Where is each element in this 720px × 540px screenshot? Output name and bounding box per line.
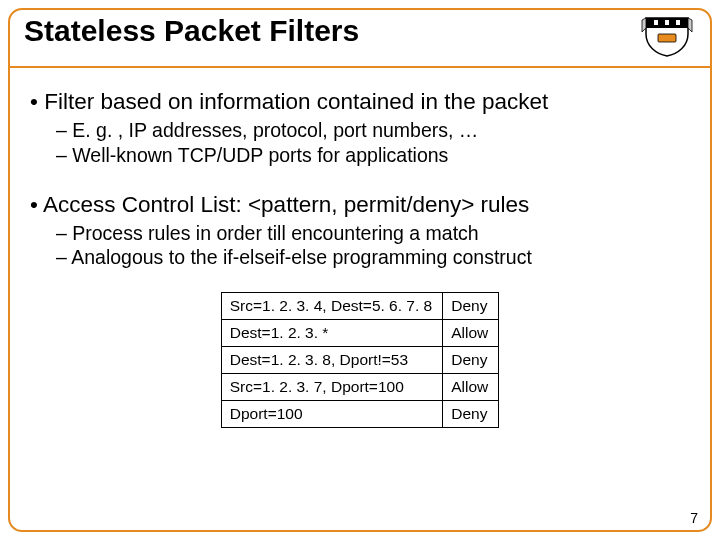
table-row: Dport=100 Deny	[221, 400, 499, 427]
svg-rect-2	[676, 20, 680, 25]
action-cell: Deny	[443, 400, 499, 427]
slide-title: Stateless Packet Filters	[24, 14, 359, 48]
svg-rect-1	[665, 20, 669, 25]
action-cell: Allow	[443, 319, 499, 346]
bullet-level2: Well-known TCP/UDP ports for application…	[56, 143, 690, 167]
bullet-level1: Access Control List: <pattern, permit/de…	[30, 191, 690, 219]
page-number: 7	[690, 510, 698, 526]
pattern-cell: Dest=1. 2. 3. 8, Dport!=53	[221, 346, 442, 373]
bullet-level2: Analogous to the if-elseif-else programm…	[56, 245, 690, 269]
action-cell: Deny	[443, 346, 499, 373]
svg-rect-0	[654, 20, 658, 25]
svg-rect-3	[658, 34, 676, 42]
bullet-level2: Process rules in order till encountering…	[56, 221, 690, 245]
slide-body: Filter based on information contained in…	[30, 82, 690, 428]
title-divider	[10, 66, 710, 68]
pattern-cell: Src=1. 2. 3. 4, Dest=5. 6. 7. 8	[221, 292, 442, 319]
table-row: Dest=1. 2. 3. 8, Dport!=53 Deny	[221, 346, 499, 373]
acl-rules-table: Src=1. 2. 3. 4, Dest=5. 6. 7. 8 Deny Des…	[221, 292, 500, 428]
table-row: Src=1. 2. 3. 7, Dport=100 Allow	[221, 373, 499, 400]
table-row: Src=1. 2. 3. 4, Dest=5. 6. 7. 8 Deny	[221, 292, 499, 319]
pattern-cell: Dest=1. 2. 3. *	[221, 319, 442, 346]
action-cell: Deny	[443, 292, 499, 319]
princeton-shield-logo	[640, 14, 694, 58]
action-cell: Allow	[443, 373, 499, 400]
pattern-cell: Dport=100	[221, 400, 442, 427]
bullet-level1: Filter based on information contained in…	[30, 88, 690, 116]
bullet-level2: E. g. , IP addresses, protocol, port num…	[56, 118, 690, 142]
pattern-cell: Src=1. 2. 3. 7, Dport=100	[221, 373, 442, 400]
table-row: Dest=1. 2. 3. * Allow	[221, 319, 499, 346]
